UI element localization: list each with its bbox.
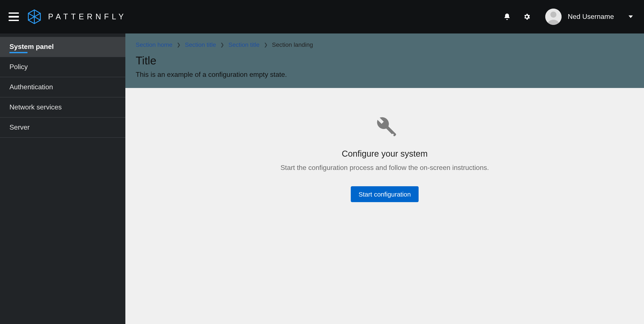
sidebar-item-label: System panel xyxy=(10,43,54,50)
breadcrumb: Section home ❯ Section title ❯ Section t… xyxy=(136,41,634,48)
notifications-button[interactable] xyxy=(498,7,517,27)
sidebar-nav: System panel Policy Authentication Netwo… xyxy=(0,33,125,324)
chevron-right-icon: ❯ xyxy=(264,42,268,47)
chevron-right-icon: ❯ xyxy=(177,42,180,47)
page-header: Section home ❯ Section title ❯ Section t… xyxy=(125,33,644,88)
breadcrumb-link[interactable]: Section title xyxy=(228,41,260,48)
chevron-right-icon: ❯ xyxy=(220,42,224,47)
sidebar-item-label: Authentication xyxy=(10,83,53,90)
masthead: PATTERNFLY Ned Username xyxy=(0,0,644,33)
breadcrumb-link[interactable]: Section title xyxy=(185,41,216,48)
main: Section home ❯ Section title ❯ Section t… xyxy=(125,33,644,324)
empty-state-body: Start the configuration process and foll… xyxy=(280,164,489,172)
patternfly-logo-icon xyxy=(26,9,42,24)
sidebar-item-label: Network services xyxy=(10,103,62,111)
sidebar-item-authentication[interactable]: Authentication xyxy=(0,77,125,97)
sidebar-item-server[interactable]: Server xyxy=(0,118,125,138)
sidebar-item-system-panel[interactable]: System panel xyxy=(0,37,125,57)
settings-button[interactable] xyxy=(517,7,537,27)
sidebar-item-policy[interactable]: Policy xyxy=(0,57,125,77)
wrench-icon xyxy=(280,114,489,139)
avatar-icon xyxy=(546,8,562,25)
brand-logo[interactable]: PATTERNFLY xyxy=(26,9,127,24)
page-title: Title xyxy=(136,54,634,67)
user-name: Ned Username xyxy=(568,13,614,20)
empty-state: Configure your system Start the configur… xyxy=(280,114,489,202)
page-description: This is an example of a configuration em… xyxy=(136,71,634,78)
start-configuration-button[interactable]: Start configuration xyxy=(351,186,418,202)
hamburger-icon[interactable] xyxy=(8,12,19,21)
svg-point-3 xyxy=(392,134,394,136)
breadcrumb-link[interactable]: Section home xyxy=(136,41,172,48)
brand-text: PATTERNFLY xyxy=(48,12,127,21)
bell-icon xyxy=(504,13,511,20)
content-area: Configure your system Start the configur… xyxy=(125,88,644,324)
avatar xyxy=(546,8,562,25)
chevron-down-icon xyxy=(628,15,633,18)
user-menu[interactable]: Ned Username xyxy=(540,8,636,25)
sidebar-item-network-services[interactable]: Network services xyxy=(0,97,125,118)
sidebar-item-label: Policy xyxy=(10,63,28,70)
breadcrumb-current: Section landing xyxy=(272,41,313,48)
empty-state-title: Configure your system xyxy=(280,149,489,159)
sidebar-item-label: Server xyxy=(10,124,30,131)
gear-icon xyxy=(523,13,531,20)
svg-point-2 xyxy=(550,11,557,17)
